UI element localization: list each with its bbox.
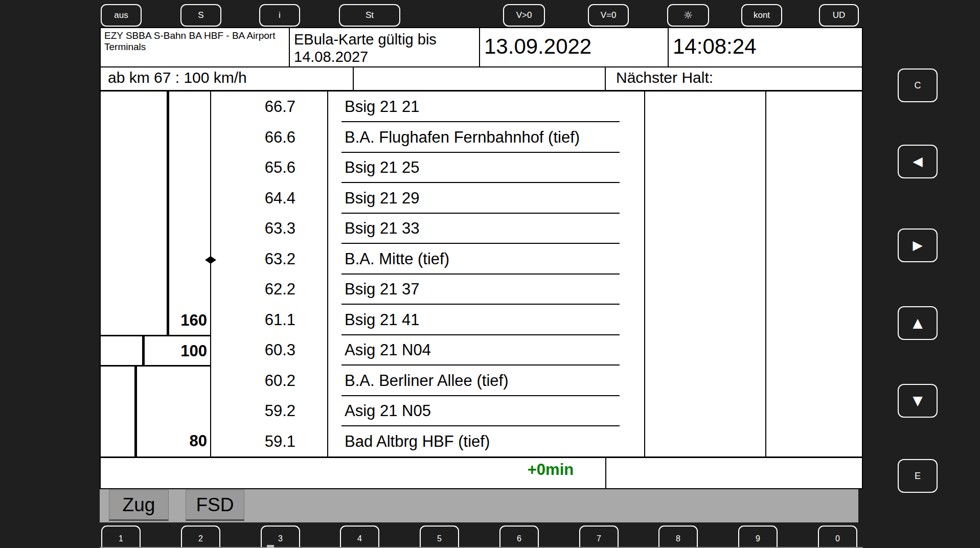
table-row: 65.6 Bsig 21 25	[101, 152, 862, 183]
station-name: Bsig 21 25	[345, 152, 420, 183]
station-name: Bsig 21 33	[345, 213, 420, 244]
validity-cell: EBula-Karte gültig bis 14.08.2027	[290, 28, 480, 66]
up-arrow-button[interactable]: ▲	[898, 306, 938, 340]
validity-label: EBula-Karte gültig bis	[294, 31, 479, 48]
route-title: EZY SBBA S-Bahn BA HBF - BA Airport Term…	[101, 28, 289, 53]
table-row: 61.1 Bsig 21 41	[101, 305, 862, 335]
delay-indicator: +0min	[494, 461, 607, 479]
station-name: B.A. Mitte (tief)	[345, 244, 449, 275]
key-7[interactable]: 7	[579, 526, 619, 548]
tab-fsd[interactable]: FSD	[186, 490, 244, 521]
table-row: 62.2 Bsig 21 37	[101, 274, 862, 305]
bottom-notch	[267, 545, 274, 548]
aus-button[interactable]: aus	[101, 4, 142, 27]
km-value: 65.6	[210, 152, 295, 183]
station-name: B.A. Berliner Allee (tief)	[345, 366, 508, 396]
station-name: B.A. Flughafen Fernbahnhof (tief)	[345, 122, 580, 153]
km-value: 66.7	[210, 92, 295, 122]
st-button[interactable]: St	[339, 4, 400, 27]
time-cell: 14:08:24	[669, 28, 862, 66]
v-greater-0-button[interactable]: V>0	[503, 4, 545, 27]
km-value: 59.2	[210, 396, 295, 426]
km-value: 60.2	[210, 366, 295, 396]
km-value: 59.1	[210, 426, 295, 457]
km-value: 64.4	[210, 183, 295, 214]
key-5[interactable]: 5	[420, 526, 459, 548]
tab-bar: Zug FSD	[100, 489, 858, 522]
kont-button[interactable]: kont	[741, 4, 782, 27]
sun-icon: ☼	[683, 9, 693, 21]
table-row: 63.3 Bsig 21 33	[101, 213, 862, 244]
schedule-rows: 66.7 Bsig 21 21 66.6 B.A. Flughafen Fern…	[101, 92, 862, 456]
station-name: Bsig 21 41	[345, 305, 420, 335]
clock-display: 14:08:24	[669, 28, 862, 64]
station-name: Asig 21 N04	[345, 335, 431, 366]
down-arrow-icon: ▼	[913, 393, 922, 408]
info-button[interactable]: i	[259, 4, 300, 27]
header-row: EZY SBBA S-Bahn BA HBF - BA Airport Term…	[101, 28, 862, 67]
speed-restriction-cell: ab km 67 : 100 km/h	[101, 66, 354, 90]
next-stop-cell: Nächster Halt:	[606, 66, 862, 90]
station-name: Bsig 21 29	[345, 183, 420, 214]
station-name: Bsig 21 21	[345, 92, 420, 122]
ud-button[interactable]: UD	[819, 4, 859, 27]
key-0[interactable]: 0	[818, 526, 857, 548]
station-name: Bad Altbrg HBF (tief)	[345, 426, 490, 457]
delay-row-divider	[605, 458, 606, 490]
km-value: 60.3	[210, 335, 295, 366]
next-stop-label: Nächster Halt:	[606, 66, 862, 88]
subheader-row: ab km 67 : 100 km/h Nächster Halt:	[101, 66, 862, 92]
km-value: 61.1	[210, 305, 295, 335]
km-value: 63.2	[210, 244, 295, 275]
km-value: 66.6	[210, 122, 295, 153]
date-cell: 13.09.2022	[480, 28, 669, 66]
table-row: 63.2 B.A. Mitte (tief)	[101, 244, 862, 275]
key-9[interactable]: 9	[738, 526, 778, 548]
km-value: 62.2	[210, 274, 295, 305]
table-row: 66.7 Bsig 21 21	[101, 92, 862, 122]
down-arrow-button[interactable]: ▼	[898, 384, 938, 418]
table-row: 66.6 B.A. Flughafen Fernbahnhof (tief)	[101, 122, 862, 153]
key-8[interactable]: 8	[658, 526, 698, 548]
clear-button[interactable]: C	[898, 68, 938, 102]
table-row: 60.3 Asig 21 N04	[101, 335, 862, 366]
route-cell: EZY SBBA S-Bahn BA HBF - BA Airport Term…	[101, 28, 290, 66]
schedule-table: 160 100 80 66.7 Bsig 21 21 66.6 B.A. Flu…	[101, 92, 862, 456]
brightness-button[interactable]: ☼	[667, 4, 709, 27]
table-row: 60.2 B.A. Berliner Allee (tief)	[101, 366, 862, 396]
v-equals-0-button[interactable]: V=0	[588, 4, 629, 27]
up-arrow-icon: ▲	[913, 315, 922, 330]
key-2[interactable]: 2	[181, 526, 220, 548]
station-name: Asig 21 N05	[345, 396, 431, 426]
date-display: 13.09.2022	[480, 28, 668, 64]
delay-row: +0min	[101, 456, 862, 490]
ebula-display-panel: EZY SBBA S-Bahn BA HBF - BA Airport Term…	[100, 27, 863, 489]
km-value: 63.3	[210, 213, 295, 244]
station-name: Bsig 21 37	[345, 274, 420, 305]
right-arrow-button[interactable]: ▶	[898, 229, 938, 262]
right-arrow-icon: ▶	[913, 238, 922, 253]
key-4[interactable]: 4	[340, 526, 379, 548]
speed-restriction-label: ab km 67 : 100 km/h	[101, 66, 353, 88]
validity-date: 14.08.2027	[294, 48, 479, 65]
subheader-empty-cell	[354, 66, 606, 90]
key-6[interactable]: 6	[499, 526, 539, 548]
tab-zug[interactable]: Zug	[109, 490, 169, 521]
left-arrow-icon: ◀	[913, 154, 922, 169]
left-arrow-button[interactable]: ◀	[898, 145, 938, 178]
table-row: 59.2 Asig 21 N05	[101, 396, 862, 426]
table-row: 64.4 Bsig 21 29	[101, 183, 862, 214]
enter-button[interactable]: E	[898, 459, 938, 493]
s-button[interactable]: S	[180, 4, 221, 27]
key-1[interactable]: 1	[101, 526, 141, 548]
table-row: 59.1 Bad Altbrg HBF (tief)	[101, 426, 862, 457]
